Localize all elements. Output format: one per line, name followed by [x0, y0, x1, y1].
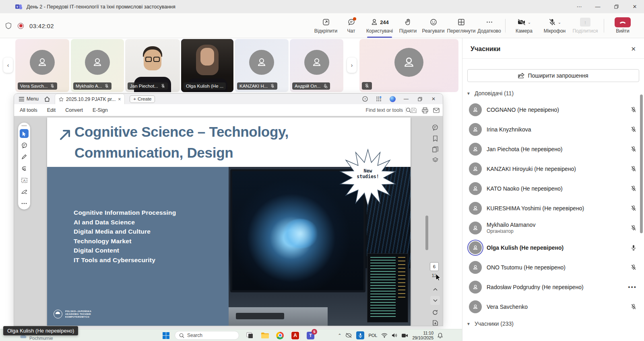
camera-off-tray-icon[interactable] [345, 333, 352, 338]
star-icon[interactable] [59, 97, 64, 102]
page-up-button[interactable] [430, 285, 440, 294]
participant-row[interactable]: KURESHIMA Yoshimi (Не перевірено) [462, 198, 644, 218]
participant-row-active-speaker[interactable]: Olga Kulish (Не перевірено) [462, 238, 644, 257]
esign-menu[interactable]: E-Sign [93, 107, 108, 113]
acrobat-close-icon[interactable]: ✕ [427, 94, 440, 104]
acrobat-minimize-icon[interactable]: — [400, 94, 412, 104]
participant-row[interactable]: KANZAKI Hiroyuki (Не перевірено) [462, 159, 644, 179]
teams-taskbar-icon[interactable]: T 5 [305, 331, 316, 341]
panel-scrollbar[interactable] [640, 94, 643, 233]
mic-in-use-indicator[interactable] [356, 331, 364, 339]
acrobat-restore-icon[interactable] [414, 94, 426, 104]
participant-row[interactable]: COGNANO (Не перевірено) [462, 100, 644, 119]
notification-bell-icon[interactable] [438, 333, 443, 338]
video-tile[interactable]: Mykhailo A... [71, 39, 124, 92]
participant-row[interactable]: ONO Tsutomu (Не перевірено) [462, 257, 644, 277]
taskbar-clock[interactable]: 11:10 29/10/2025 [412, 331, 433, 340]
extract-page-button[interactable] [430, 318, 440, 326]
apps-grid-icon[interactable] [373, 94, 385, 104]
leave-button[interactable]: Вийти [607, 13, 638, 38]
taskbar-search-input[interactable]: Search [175, 331, 239, 340]
acrobat-home-button[interactable] [44, 97, 50, 102]
save-icon[interactable] [411, 107, 417, 113]
more-tools-icon[interactable] [20, 199, 29, 208]
convert-menu[interactable]: Convert [65, 107, 83, 113]
edit-menu[interactable]: Edit [47, 107, 56, 113]
text-box-tool-icon[interactable]: A [20, 176, 29, 185]
windows-start-icon[interactable] [163, 332, 169, 339]
document-scrollbar[interactable] [425, 216, 428, 250]
strip-scroll-left-icon[interactable]: ‹ [3, 58, 13, 73]
page-down-button[interactable] [430, 296, 440, 305]
tile-name-label: Андрій Ол... [292, 82, 330, 90]
participant-row[interactable]: Radosław Podgrudny (Не перевірено) ••• [462, 277, 644, 297]
chrome-icon[interactable] [275, 331, 285, 341]
window-more-icon[interactable]: ⋯ [570, 0, 588, 13]
sign-tool-icon[interactable] [20, 187, 29, 196]
wifi-icon[interactable] [381, 333, 388, 338]
rotate-page-button[interactable] [430, 308, 440, 317]
acrobat-menu-button[interactable]: Menu [19, 96, 39, 102]
mail-icon[interactable] [433, 108, 440, 113]
participant-row[interactable]: Jan Piechota (Не перевірено) [462, 139, 644, 159]
ai-sphere-icon[interactable] [386, 94, 398, 104]
rail-drag-handle[interactable] [21, 125, 27, 126]
mic-chevron-icon[interactable]: ⌄ [558, 20, 561, 25]
camera-button[interactable]: ⌄ Камера [509, 13, 539, 38]
file-explorer-icon[interactable] [260, 331, 270, 341]
tray-chevron-icon[interactable]: ⌃ [338, 333, 341, 338]
section-attendees[interactable]: ▼ Учасники (233) [462, 316, 644, 330]
comments-panel-icon[interactable] [430, 123, 440, 132]
participant-row[interactable]: KATO Naoko (Не перевірено) [462, 179, 644, 198]
raise-hand-button[interactable]: Підняти [395, 13, 421, 38]
acrobat-window: Menu 2025.10.29 PJATK pr... × + Create ? [14, 94, 443, 326]
acrobat-taskbar-icon[interactable]: A [290, 331, 300, 341]
window-maximize-icon[interactable] [607, 0, 625, 13]
video-tile[interactable]: Vera Savch... [15, 39, 69, 92]
current-page-input[interactable]: 6 [430, 262, 439, 271]
comment-tool-icon[interactable] [20, 141, 29, 150]
camera-chevron-icon[interactable]: ⌄ [528, 20, 531, 25]
help-icon[interactable]: ? [359, 94, 371, 104]
mic-button[interactable]: ⌄ Мікрофон [539, 13, 570, 38]
language-indicator[interactable]: POL [368, 333, 377, 338]
video-tile[interactable] [359, 39, 458, 92]
unpin-button[interactable]: Відкріпити [313, 13, 339, 38]
chat-button[interactable]: Чат [339, 13, 364, 38]
task-view-icon[interactable] [244, 331, 254, 341]
speaker-icon[interactable] [392, 333, 397, 338]
window-minimize-icon[interactable]: — [588, 0, 607, 13]
code-screen-image [367, 253, 408, 323]
strip-scroll-right-icon[interactable]: › [347, 58, 357, 73]
page-thumbnails-icon[interactable] [430, 144, 440, 154]
print-icon[interactable] [422, 107, 428, 113]
create-button[interactable]: + Create [130, 95, 155, 103]
find-bar[interactable]: Find text or tools [366, 104, 411, 116]
section-speakers[interactable]: ▼ Доповідачі (11) [462, 86, 644, 100]
panel-close-icon[interactable]: ✕ [631, 45, 636, 53]
participant-row-organizer[interactable]: Mykhailo Atamanov Організатор [462, 218, 644, 238]
highlight-tool-icon[interactable] [20, 152, 29, 161]
document-tab[interactable]: 2025.10.29 PJATK pr... × [55, 94, 125, 104]
meeting-toolbar: 03:42:02 Відкріпити Чат 244 [0, 13, 644, 38]
all-tools-menu[interactable]: All tools [20, 107, 37, 113]
people-button[interactable]: 244 Користувачі [364, 13, 395, 38]
share-invite-button[interactable]: Поширити запрошення [467, 69, 639, 82]
participant-row[interactable]: Vera Savchenko [462, 297, 644, 316]
video-tile[interactable]: Андрій Ол... [290, 39, 343, 92]
more-button[interactable]: Додатково [477, 13, 502, 38]
select-tool-icon[interactable] [20, 129, 29, 138]
participant-row[interactable]: Irina Knyzhnikova [462, 119, 644, 139]
draw-tool-icon[interactable] [20, 164, 29, 173]
react-button[interactable]: Реагувати [421, 13, 446, 38]
window-close-icon[interactable]: ✕ [625, 0, 644, 13]
video-tile-active-speaker[interactable]: Olga Kulish (Не ... [181, 39, 233, 92]
row-more-icon[interactable]: ••• [628, 283, 637, 290]
layers-panel-icon[interactable] [430, 155, 440, 165]
video-tile[interactable]: Jan Piechot... [125, 39, 180, 92]
view-button[interactable]: Переглянути [446, 13, 477, 38]
camera-in-use-icon[interactable] [401, 333, 408, 338]
bookmarks-panel-icon[interactable] [430, 134, 440, 143]
tab-close-icon[interactable]: × [118, 97, 121, 102]
video-tile[interactable]: KANZAKI H... [235, 39, 289, 92]
